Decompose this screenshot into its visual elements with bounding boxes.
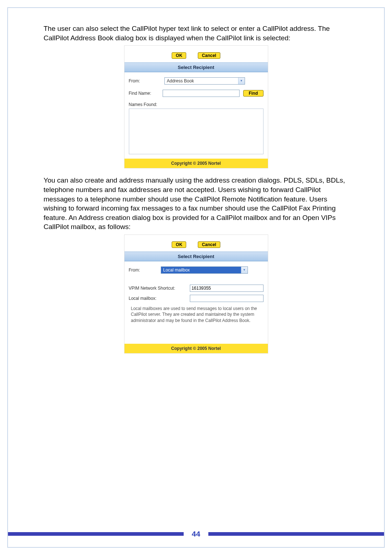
local-mailbox-description: Local mailboxes are used to send message… [124,303,268,323]
intro-paragraph-2: You can also create and address manually… [44,176,348,232]
footer-rule-right [208,532,384,536]
local-mailbox-input[interactable] [190,295,264,302]
cancel-button[interactable]: Cancel [198,241,220,248]
names-found-listbox[interactable] [129,109,264,154]
dialog2-button-bar: OK Cancel [124,235,268,252]
from-label: From: [129,268,161,273]
local-mailbox-label: Local mailbox: [129,296,190,301]
from-dropdown-value: Address Book [165,78,238,84]
page-number: 44 [184,530,208,538]
ok-button[interactable]: OK [172,241,186,248]
copyright-bar: Copyright © 2005 Nortel [124,344,268,353]
page-border: The user can also select the CallPilot h… [7,7,385,548]
dialog1-title: Select Recipient [124,62,268,72]
find-name-label: Find Name: [129,91,163,96]
dialog2-wrapper: OK Cancel Select Recipient From: Local m… [44,234,348,354]
select-recipient-dialog-localmailbox: OK Cancel Select Recipient From: Local m… [124,234,268,354]
from-dropdown[interactable]: Address Book ▼ [164,77,245,85]
ok-button[interactable]: OK [172,52,186,59]
from-dropdown-value: Local mailbox [161,267,241,273]
chevron-down-icon: ▼ [238,78,245,84]
dialog1-button-bar: OK Cancel [124,46,268,62]
cancel-button[interactable]: Cancel [198,52,220,59]
chevron-down-icon: ▼ [241,267,248,273]
dialog1-wrapper: OK Cancel Select Recipient From: Address… [44,45,348,168]
names-found-label: Names Found: [124,98,268,107]
from-dropdown[interactable]: Local mailbox ▼ [161,266,248,274]
dialog2-title: Select Recipient [124,252,268,261]
copyright-bar: Copyright © 2005 Nortel [124,159,268,168]
vpim-shortcut-label: VPIM Network Shortcut: [129,286,190,291]
select-recipient-dialog-addressbook: OK Cancel Select Recipient From: Address… [124,45,268,168]
page-footer: 44 [8,530,384,538]
from-label: From: [129,78,164,83]
find-name-input[interactable] [163,90,240,97]
footer-rule-left [8,532,184,536]
vpim-shortcut-input[interactable] [190,285,264,292]
intro-paragraph-1: The user can also select the CallPilot h… [44,24,348,42]
find-button[interactable]: Find [243,90,263,97]
